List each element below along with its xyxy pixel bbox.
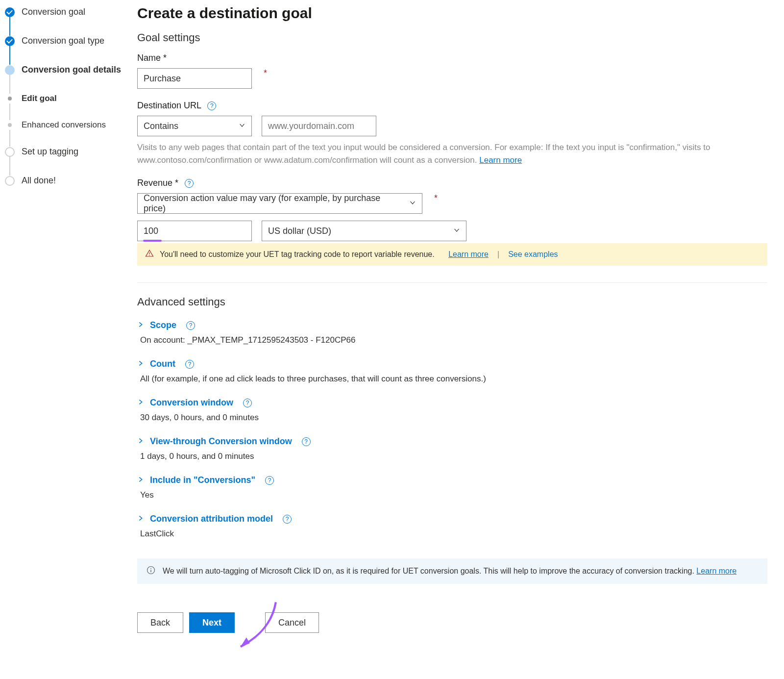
step-label: All done! <box>22 176 56 186</box>
chevron-right-icon <box>137 476 144 484</box>
help-icon[interactable]: ? <box>243 399 252 407</box>
future-step-icon <box>5 176 15 186</box>
check-icon <box>5 36 15 46</box>
adv-attribution-model: Conversion attribution model ? LastClick <box>137 514 767 539</box>
svg-marker-5 <box>241 637 250 647</box>
adv-conversion-window: Conversion window ? 30 days, 0 hours, an… <box>137 398 767 423</box>
step-set-up-tagging[interactable]: Set up tagging <box>0 147 137 176</box>
warning-triangle-icon <box>145 249 154 260</box>
next-button[interactable]: Next <box>189 612 235 633</box>
revenue-type-value: Conversion action value may vary (for ex… <box>144 193 404 214</box>
help-icon[interactable]: ? <box>185 360 194 369</box>
revenue-field: Revenue * ? Conversion action value may … <box>137 178 767 241</box>
revenue-label-text: Revenue * <box>137 178 178 188</box>
adv-count-label: Count <box>150 359 175 369</box>
step-label: Enhanced conversions <box>22 120 106 130</box>
adv-scope-toggle[interactable]: Scope ? <box>137 320 767 330</box>
revenue-label: Revenue * ? <box>137 178 767 188</box>
footer-buttons: Back Next Cancel <box>137 612 767 633</box>
chevron-right-icon <box>137 515 144 523</box>
adv-include-in-conversions: Include in "Conversions" ? Yes <box>137 475 767 500</box>
page-title: Create a destination goal <box>137 5 767 22</box>
learn-more-link[interactable]: Learn more <box>479 155 522 165</box>
chevron-right-icon <box>137 399 144 407</box>
adv-include-label: Include in "Conversions" <box>150 475 255 485</box>
substep-dot-icon <box>8 123 12 127</box>
uet-warning-alert: You'll need to customize your UET tag tr… <box>137 243 767 266</box>
required-star-icon: * <box>434 193 438 203</box>
adv-include-value: Yes <box>140 490 767 500</box>
adv-count-value: All (for example, if one ad click leads … <box>140 374 767 384</box>
adv-count-toggle[interactable]: Count ? <box>137 359 767 369</box>
name-input[interactable] <box>137 68 252 89</box>
uet-see-examples-link[interactable]: See examples <box>508 250 558 259</box>
step-conversion-goal[interactable]: Conversion goal <box>0 7 137 36</box>
revenue-value-input[interactable] <box>137 221 252 241</box>
substep-dot-icon <box>8 97 12 101</box>
help-icon[interactable]: ? <box>185 179 194 188</box>
goal-settings-heading: Goal settings <box>137 31 767 44</box>
step-conversion-goal-type[interactable]: Conversion goal type <box>0 36 137 65</box>
current-step-icon <box>5 65 15 75</box>
help-icon[interactable]: ? <box>265 476 274 485</box>
main-content: Create a destination goal Goal settings … <box>137 5 784 633</box>
adv-view-through-window: View-through Conversion window ? 1 days,… <box>137 436 767 461</box>
destination-url-input[interactable] <box>262 116 376 136</box>
help-icon[interactable]: ? <box>186 321 195 330</box>
help-icon[interactable]: ? <box>207 101 216 110</box>
step-label: Conversion goal details <box>22 65 121 75</box>
uet-learn-more-link[interactable]: Learn more <box>448 250 489 259</box>
step-label: Conversion goal <box>22 7 85 17</box>
adv-attribution-label: Conversion attribution model <box>150 514 273 524</box>
chevron-down-icon <box>453 226 460 236</box>
progress-stepper: Conversion goal Conversion goal type Con… <box>0 5 137 633</box>
help-icon[interactable]: ? <box>302 437 311 446</box>
substep-enhanced-conversions[interactable]: Enhanced conversions <box>0 120 137 147</box>
adv-count: Count ? All (for example, if one ad clic… <box>137 359 767 384</box>
svg-point-4 <box>150 568 151 569</box>
chevron-down-icon <box>409 199 416 209</box>
divider <box>137 282 767 283</box>
advanced-settings-heading: Advanced settings <box>137 296 767 308</box>
annotation-underline <box>143 240 162 242</box>
back-button[interactable]: Back <box>137 612 183 633</box>
adv-attribution-value: LastClick <box>140 529 767 539</box>
adv-view-through-toggle[interactable]: View-through Conversion window ? <box>137 436 767 447</box>
cancel-button[interactable]: Cancel <box>265 612 319 633</box>
auto-tagging-text: We will turn auto-tagging of Microsoft C… <box>163 567 696 575</box>
step-conversion-goal-details[interactable]: Conversion goal details <box>0 65 137 94</box>
chevron-right-icon <box>137 360 144 368</box>
chevron-right-icon <box>137 321 144 329</box>
adv-scope: Scope ? On account: _PMAX_TEMP_171259524… <box>137 320 767 345</box>
auto-tagging-info-alert: We will turn auto-tagging of Microsoft C… <box>137 558 767 584</box>
svg-point-1 <box>149 255 150 256</box>
revenue-type-select[interactable]: Conversion action value may vary (for ex… <box>137 193 422 214</box>
help-icon[interactable]: ? <box>283 515 292 524</box>
step-all-done[interactable]: All done! <box>0 176 137 204</box>
adv-include-toggle[interactable]: Include in "Conversions" ? <box>137 475 767 485</box>
currency-value: US dollar (USD) <box>268 226 331 236</box>
uet-warning-text: You'll need to customize your UET tag tr… <box>160 250 435 259</box>
adv-view-through-value: 1 days, 0 hours, and 0 minutes <box>140 452 767 461</box>
match-type-select[interactable]: Contains <box>137 116 252 136</box>
step-label: Set up tagging <box>22 147 78 157</box>
info-circle-icon <box>146 565 156 577</box>
check-icon <box>5 7 15 17</box>
auto-tagging-learn-more-link[interactable]: Learn more <box>696 567 736 575</box>
adv-conversion-window-toggle[interactable]: Conversion window ? <box>137 398 767 408</box>
chevron-down-icon <box>239 121 245 131</box>
destination-url-label: Destination URL ? <box>137 101 767 111</box>
step-label: Edit goal <box>22 94 57 103</box>
currency-select[interactable]: US dollar (USD) <box>262 221 466 241</box>
name-field: Name * * <box>137 53 767 89</box>
adv-attribution-toggle[interactable]: Conversion attribution model ? <box>137 514 767 524</box>
step-label: Conversion goal type <box>22 36 104 46</box>
separator: | <box>497 250 499 259</box>
adv-scope-label: Scope <box>150 320 176 330</box>
future-step-icon <box>5 147 15 157</box>
required-star-icon: * <box>264 68 267 78</box>
match-type-value: Contains <box>144 121 178 131</box>
substep-edit-goal[interactable]: Edit goal <box>0 94 137 120</box>
destination-url-field: Destination URL ? Contains Visits to any… <box>137 101 767 166</box>
name-label: Name * <box>137 53 767 63</box>
